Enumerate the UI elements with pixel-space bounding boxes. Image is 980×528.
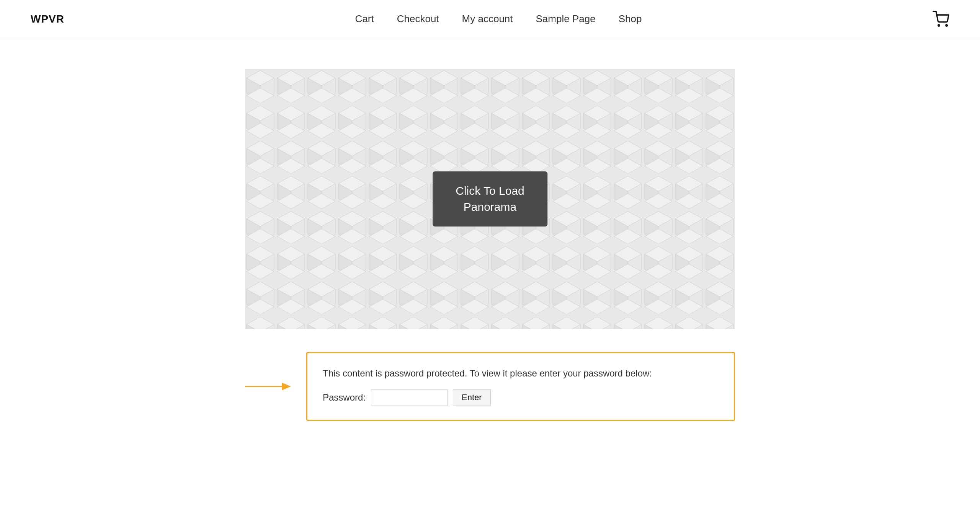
- cart-icon-button[interactable]: [933, 11, 949, 28]
- nav-item-my-account[interactable]: My account: [462, 13, 513, 25]
- site-logo[interactable]: WPVR: [31, 13, 64, 25]
- svg-marker-8: [282, 383, 291, 390]
- password-form: Password: Enter: [323, 389, 719, 406]
- arrow-indicator: [245, 379, 291, 394]
- panorama-viewer: Click To Load Panorama: [245, 69, 735, 329]
- site-header: WPVR Cart Checkout My account Sample Pag…: [0, 0, 980, 38]
- nav-item-cart[interactable]: Cart: [355, 13, 374, 25]
- main-content: Click To Load Panorama This content is p…: [0, 38, 980, 459]
- nav-item-shop[interactable]: Shop: [619, 13, 642, 25]
- svg-point-0: [938, 24, 940, 26]
- password-input[interactable]: [371, 389, 448, 406]
- load-panorama-button[interactable]: Click To Load Panorama: [433, 171, 547, 227]
- cart-icon: [933, 11, 949, 28]
- enter-button[interactable]: Enter: [453, 389, 491, 406]
- nav-item-checkout[interactable]: Checkout: [397, 13, 439, 25]
- password-label: Password:: [323, 392, 366, 403]
- password-section: This content is password protected. To v…: [245, 352, 735, 421]
- svg-point-1: [946, 24, 947, 26]
- main-nav: Cart Checkout My account Sample Page Sho…: [355, 13, 642, 25]
- nav-item-sample-page[interactable]: Sample Page: [536, 13, 596, 25]
- password-notice-text: This content is password protected. To v…: [323, 367, 719, 380]
- password-protected-box: This content is password protected. To v…: [306, 352, 735, 421]
- arrow-icon: [245, 379, 291, 394]
